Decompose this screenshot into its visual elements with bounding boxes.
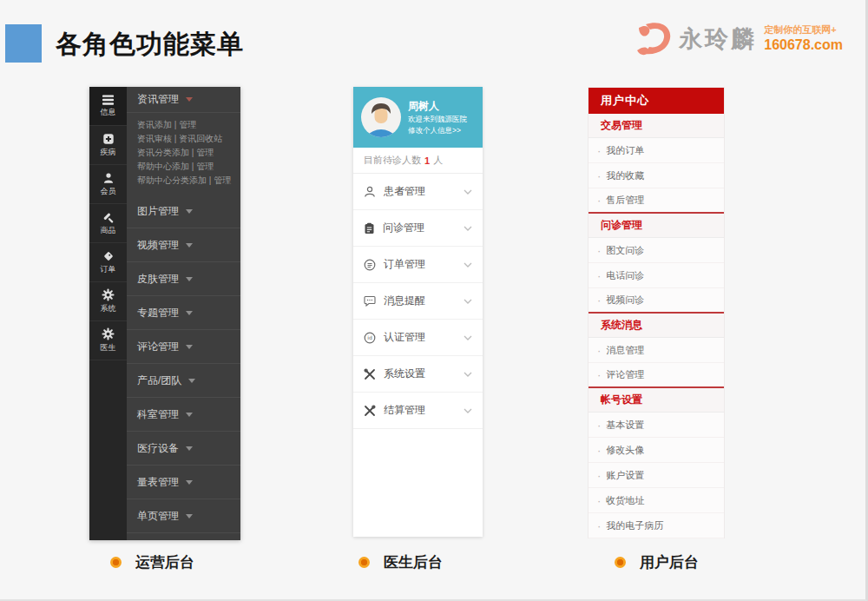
doctor-menu-certification[interactable]: id 认证管理 — [353, 320, 483, 356]
menu-section-news[interactable]: 资讯管理 — [127, 87, 240, 113]
rail-item-member[interactable]: 会员 — [89, 165, 127, 204]
caption-label: 用户后台 — [640, 552, 699, 572]
user-menu-basic-settings[interactable]: · 基本设置 — [589, 413, 724, 438]
notice-icon — [364, 295, 376, 307]
avatar[interactable] — [361, 97, 401, 137]
gavel-icon — [102, 211, 115, 223]
user-menu-video-consult[interactable]: · 视频问诊 — [589, 288, 724, 314]
order-icon — [364, 259, 376, 271]
rail-item-doctor[interactable]: 医生 — [89, 321, 127, 360]
doctor-menu-system-settings[interactable]: 系统设置 — [353, 356, 483, 393]
rail-item-goods[interactable]: 商品 — [89, 204, 127, 243]
user-menu-account-settings[interactable]: · 账户设置 — [589, 463, 724, 488]
rail-item-order[interactable]: 订单 — [89, 243, 127, 282]
menu-section-pages[interactable]: 单页管理 — [127, 499, 240, 533]
user-menu-my-orders[interactable]: · 我的订单 — [589, 138, 724, 163]
doctor-menu-consultations[interactable]: 问诊管理 — [353, 210, 483, 247]
user-menu-label: 消息管理 — [606, 344, 644, 357]
submenu-item[interactable]: 资讯添加 | 管理 — [137, 118, 240, 132]
chevron-down-icon — [464, 262, 472, 267]
settle-icon — [364, 405, 376, 417]
user-center-title: 用户中心 — [589, 88, 724, 114]
menu-section-scales[interactable]: 量表管理 — [127, 466, 240, 499]
section-system-messages[interactable]: 系统消息 — [589, 314, 724, 338]
doctor-menu-orders[interactable]: 订单管理 — [353, 247, 483, 283]
section-account-settings[interactable]: 帐号设置 — [589, 388, 724, 413]
doctor-name: 周树人 — [408, 98, 467, 115]
caret-down-icon — [188, 379, 195, 383]
menu-section-products[interactable]: 产品/团队 — [127, 364, 240, 398]
user-menu-label: 电话问诊 — [606, 269, 644, 282]
gear-icon — [102, 327, 115, 340]
ops-submenu-panel: 资讯管理 资讯添加 | 管理 资讯审核 | 资讯回收站 资讯分类添加 | 管理 … — [127, 87, 240, 540]
user-menu-change-avatar[interactable]: · 修改头像 — [589, 438, 724, 463]
user-menu-label: 我的电子病历 — [606, 519, 663, 532]
menu-section-skin[interactable]: 皮肤管理 — [127, 262, 240, 296]
menu-section-departments[interactable]: 科室管理 — [127, 398, 240, 432]
doctor-welcome-text: 欢迎来到魏源医院 — [408, 114, 467, 125]
submenu-item[interactable]: 帮助中心添加 | 管理 — [137, 160, 240, 174]
rail-label: 系统 — [101, 303, 116, 314]
caret-down-icon — [186, 243, 193, 248]
menu-section-video[interactable]: 视频管理 — [127, 228, 240, 262]
section-consult[interactable]: 问诊管理 — [589, 214, 724, 238]
user-menu-phone-consult[interactable]: · 电话问诊 — [589, 263, 724, 288]
caret-down-icon — [186, 209, 193, 214]
rail-item-disease[interactable]: 疾病 — [89, 126, 127, 165]
bullet-dot: · — [597, 495, 601, 506]
brand-d-icon — [635, 21, 675, 57]
waiting-patients-status: 目前待诊人数 1 人 — [353, 148, 483, 174]
doctor-menu-settlement[interactable]: 结算管理 — [353, 393, 483, 429]
caret-down-icon — [186, 480, 193, 485]
brand-tagline: 定制你的互联网+ — [764, 24, 843, 36]
user-menu-aftersales[interactable]: · 售后管理 — [589, 188, 724, 214]
user-menu-comments[interactable]: · 评论管理 — [589, 363, 724, 388]
rail-filler — [89, 360, 127, 540]
submenu-item[interactable]: 资讯审核 | 资讯回收站 — [137, 132, 240, 146]
rail-item-info[interactable]: 信息 — [89, 87, 127, 126]
user-menu-medical-records[interactable]: · 我的电子病历 — [589, 513, 724, 538]
submenu-item[interactable]: 资讯分类添加 | 管理 — [137, 146, 240, 160]
edit-profile-link[interactable]: 修改个人信息>> — [408, 125, 467, 136]
menu-section-equipment[interactable]: 医疗设备 — [127, 432, 240, 466]
rail-item-system[interactable]: 系统 — [89, 282, 127, 321]
brand-domain: 160678.com — [764, 36, 843, 54]
bullet-dot: · — [597, 470, 601, 481]
doctor-menu-label: 问诊管理 — [383, 221, 424, 235]
bullet-dot: · — [597, 345, 601, 356]
doctor-profile-header: 周树人 欢迎来到魏源医院 修改个人信息>> — [353, 87, 483, 148]
doctor-menu-notifications[interactable]: 消息提醒 — [353, 283, 483, 320]
user-menu-label: 我的订单 — [606, 144, 644, 157]
chevron-down-icon — [464, 408, 472, 413]
bullet-dot: · — [597, 270, 601, 281]
caret-down-icon — [186, 277, 193, 281]
menu-subitems: 资讯添加 | 管理 资讯审核 | 资讯回收站 资讯分类添加 | 管理 帮助中心添… — [127, 113, 240, 195]
user-menu-label: 我的收藏 — [606, 169, 644, 182]
tag-icon — [102, 250, 115, 262]
ops-icon-rail: 信息 疾病 会员 商品 — [89, 87, 127, 540]
doctor-menu-label: 消息提醒 — [384, 294, 425, 308]
user-center-menu: 用户中心 交易管理 · 我的订单 · 我的收藏 · 售后管理 问诊管理 · 图文… — [588, 87, 725, 538]
user-menu-shipping-address[interactable]: · 收货地址 — [589, 488, 724, 513]
menu-section-label: 产品/团队 — [137, 373, 181, 388]
doctor-menu-patients[interactable]: 患者管理 — [353, 174, 483, 210]
menu-section-topics[interactable]: 专题管理 — [127, 296, 240, 330]
doctor-menu-label: 订单管理 — [384, 257, 425, 272]
bullet-dot: · — [597, 245, 601, 256]
user-menu-image-text-consult[interactable]: · 图文问诊 — [589, 238, 724, 263]
menu-section-images[interactable]: 图片管理 — [127, 195, 240, 228]
user-menu-label: 图文问诊 — [606, 244, 644, 257]
doctor-menu-label: 系统设置 — [384, 367, 425, 381]
user-menu-messages[interactable]: · 消息管理 — [589, 338, 724, 363]
doctor-menu-label: 结算管理 — [384, 403, 425, 418]
submenu-item[interactable]: 帮助中心分类添加 | 管理 — [137, 174, 240, 188]
orange-dot-icon — [358, 557, 370, 568]
caret-down-icon — [186, 514, 193, 518]
status-unit: 人 — [433, 154, 443, 167]
section-trade[interactable]: 交易管理 — [589, 114, 724, 138]
rail-label: 医生 — [101, 342, 116, 353]
user-menu-favorites[interactable]: · 我的收藏 — [589, 163, 724, 188]
gear-icon — [102, 288, 115, 301]
menu-section-comments[interactable]: 评论管理 — [127, 330, 240, 364]
user-menu-label: 售后管理 — [606, 194, 644, 207]
